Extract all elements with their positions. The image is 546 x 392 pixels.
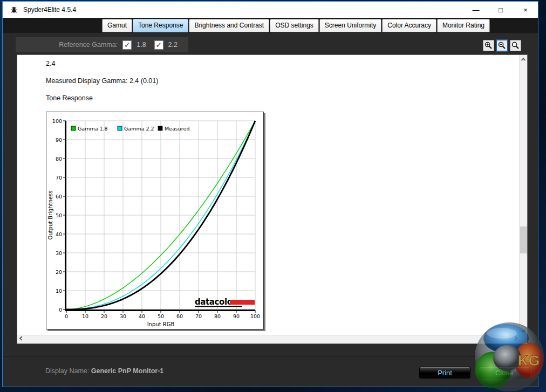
- display-name-value: Generic PnP Monitor-1: [91, 367, 164, 375]
- print-button[interactable]: Print: [419, 367, 470, 379]
- reference-gamma-label: Reference Gamma:: [59, 41, 118, 49]
- tab-gamut[interactable]: Gamut: [102, 19, 132, 32]
- svg-text:60: 60: [56, 194, 62, 200]
- svg-text:Gamma 1.8: Gamma 1.8: [78, 126, 108, 132]
- display-name-label: Display Name:: [45, 367, 91, 375]
- close-button[interactable]: Close: [479, 367, 530, 379]
- tab-tone-response[interactable]: Tone Response: [133, 19, 188, 32]
- svg-text:Input RGB: Input RGB: [147, 321, 175, 327]
- svg-text:20: 20: [56, 269, 62, 275]
- svg-text:Output Brightness: Output Brightness: [47, 190, 53, 239]
- svg-text:90: 90: [56, 137, 62, 143]
- reference-gamma-1.8-label: 1.8: [136, 41, 146, 49]
- tab-monitor-rating[interactable]: Monitor Rating: [437, 19, 490, 32]
- minimize-button[interactable]: —: [463, 2, 488, 18]
- svg-text:50: 50: [158, 313, 164, 319]
- scroll-right-arrow[interactable]: [511, 335, 519, 343]
- svg-text:80: 80: [56, 156, 62, 162]
- tab-brightness-and-contrast[interactable]: Brightness and Contrast: [189, 19, 269, 32]
- title-bar: Spyder4Elite 4.5.4 — □ ×: [3, 2, 538, 18]
- footer-divider: [3, 356, 538, 357]
- svg-text:20: 20: [101, 313, 107, 319]
- svg-text:0: 0: [65, 313, 68, 319]
- reference-gamma-1.8-checkbox[interactable]: ✓: [122, 40, 132, 50]
- reference-gamma-2.2-checkbox[interactable]: ✓: [154, 40, 163, 50]
- svg-text:100: 100: [52, 118, 62, 124]
- close-window-button[interactable]: ×: [513, 2, 538, 18]
- gamma-value-text: 2.4: [46, 60, 55, 67]
- scroll-down-arrow[interactable]: [519, 327, 527, 335]
- tone-response-chart-svg: 0102030405060708090100010203040506070809…: [46, 112, 263, 329]
- svg-text:40: 40: [56, 231, 62, 237]
- svg-text:90: 90: [233, 313, 240, 319]
- display-name: Display Name: Generic PnP Monitor-1: [45, 367, 163, 375]
- window-title: Spyder4Elite 4.5.4: [23, 6, 76, 13]
- zoom-reset-icon[interactable]: [510, 40, 521, 51]
- spider-app-icon: [9, 5, 19, 15]
- horizontal-scrollbar[interactable]: [17, 335, 527, 343]
- svg-text:100: 100: [250, 313, 260, 319]
- svg-text:0: 0: [59, 307, 62, 313]
- reference-gamma-2.2-label: 2.2: [168, 41, 178, 49]
- svg-text:10: 10: [56, 288, 62, 294]
- svg-text:Measured: Measured: [165, 126, 189, 132]
- svg-text:70: 70: [195, 313, 202, 319]
- svg-text:10: 10: [82, 313, 88, 319]
- reference-gamma-panel: Reference Gamma: ✓ 1.8 ✓ 2.2: [16, 37, 188, 52]
- tab-screen-uniformity[interactable]: Screen Uniformity: [319, 19, 381, 32]
- tab-color-accuracy[interactable]: Color Accuracy: [382, 19, 436, 32]
- app-window: Spyder4Elite 4.5.4 — □ × Gamut Tone Resp…: [2, 1, 538, 387]
- scroll-up-arrow[interactable]: [519, 55, 527, 64]
- report-panel: 2.4 Measured Display Gamma: 2.4 (0.01) T…: [17, 54, 528, 344]
- measured-gamma-text: Measured Display Gamma: 2.4 (0.01): [46, 77, 158, 85]
- svg-text:60: 60: [176, 313, 183, 319]
- svg-text:Gamma 2.2: Gamma 2.2: [124, 126, 154, 132]
- zoom-out-icon[interactable]: [496, 39, 508, 52]
- svg-text:50: 50: [56, 212, 62, 218]
- zoom-in-icon[interactable]: [483, 40, 494, 51]
- tone-response-chart: 0102030405060708090100010203040506070809…: [46, 112, 264, 329]
- scroll-left-arrow[interactable]: [17, 335, 25, 343]
- window-controls: — □ ×: [463, 2, 538, 18]
- tab-osd-settings[interactable]: OSD settings: [270, 19, 319, 32]
- maximize-button[interactable]: □: [488, 2, 513, 18]
- vertical-scrollbar-thumb[interactable]: [520, 226, 527, 253]
- svg-text:40: 40: [139, 313, 145, 319]
- tab-strip: Gamut Tone Response Brightness and Contr…: [3, 18, 538, 33]
- zoom-toolbar: [483, 39, 521, 52]
- svg-text:80: 80: [214, 313, 221, 319]
- svg-text:70: 70: [56, 175, 62, 181]
- section-title: Tone Response: [46, 94, 93, 102]
- svg-text:30: 30: [120, 313, 126, 319]
- vertical-scrollbar[interactable]: [519, 55, 527, 335]
- svg-text:30: 30: [56, 250, 62, 256]
